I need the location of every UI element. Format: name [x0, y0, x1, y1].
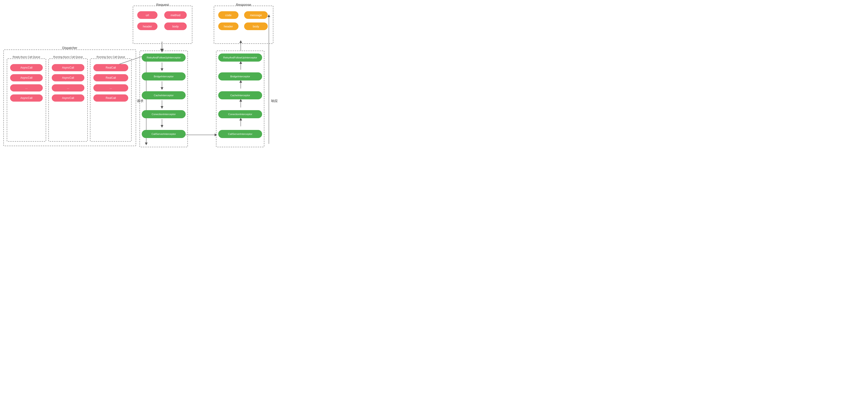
ready-async-last: AsyncCall	[10, 95, 43, 102]
running-sync-1: RealCall	[93, 64, 128, 71]
request-label: Request	[133, 3, 192, 6]
dispatcher-label: Dispatcher	[3, 46, 136, 50]
running-sync-queue-label: Running Sync Call Queue	[90, 56, 132, 59]
running-sync-last: RealCall	[93, 95, 128, 102]
req-callserver-interceptor: CallServerInterceptor	[142, 130, 186, 138]
diagram-container: Request url method header body Response …	[2, 2, 313, 155]
ready-async-dots: ...	[10, 84, 43, 92]
response-label: Response	[214, 3, 273, 6]
response-header-pill: header	[218, 23, 239, 30]
response-message-pill: message	[244, 11, 268, 19]
response-body-pill: body	[244, 23, 268, 30]
res-callserver-interceptor: CallServerInterceptor	[218, 130, 262, 138]
ready-async-1: AsyncCall	[10, 64, 43, 71]
res-bridge-interceptor: BridgeInterceptor	[218, 72, 262, 80]
request-header-pill: header	[137, 23, 157, 30]
running-async-1: AsyncCall	[52, 64, 84, 71]
running-async-queue-label: Running Async Call Queue	[49, 56, 88, 59]
request-method-pill: method	[164, 11, 187, 19]
running-async-dots: ...	[52, 84, 84, 92]
running-async-2: AsyncCall	[52, 74, 84, 81]
request-url-pill: url	[137, 11, 157, 19]
req-bridge-interceptor: BridgeInterceptor	[142, 72, 186, 80]
ready-async-2: AsyncCall	[10, 74, 43, 81]
req-cache-interceptor: CacheInterceptor	[142, 91, 186, 99]
running-async-last: AsyncCall	[52, 95, 84, 102]
req-connection-interceptor: ConectionInterceptor	[142, 110, 186, 118]
running-sync-2: RealCall	[93, 74, 128, 81]
response-code-pill: code	[218, 11, 239, 19]
res-retry-interceptor: RetryAndFollowUpInterceptor	[218, 54, 262, 62]
res-connection-interceptor: ConectionInterceptor	[218, 110, 262, 118]
res-cache-interceptor: CacheInterceptor	[218, 91, 262, 99]
ready-async-queue-label: Ready Async Call Queue	[7, 56, 46, 59]
response-flow-label: 响应	[271, 99, 278, 103]
request-flow-label: 请求	[137, 99, 144, 103]
request-body-pill: body	[164, 23, 187, 30]
req-retry-interceptor: RetryAndFollowUpInterceptor	[142, 54, 186, 62]
running-sync-dots: ...	[93, 84, 128, 92]
